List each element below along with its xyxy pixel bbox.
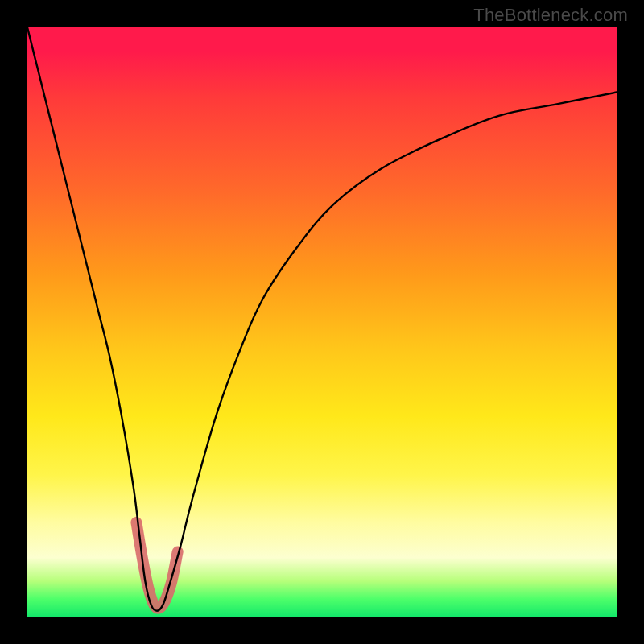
curve-layer: [27, 27, 617, 617]
chart-frame: TheBottleneck.com: [0, 0, 644, 644]
watermark-text: TheBottleneck.com: [473, 5, 628, 26]
plot-area: [27, 27, 617, 617]
bottleneck-curve: [27, 27, 617, 611]
